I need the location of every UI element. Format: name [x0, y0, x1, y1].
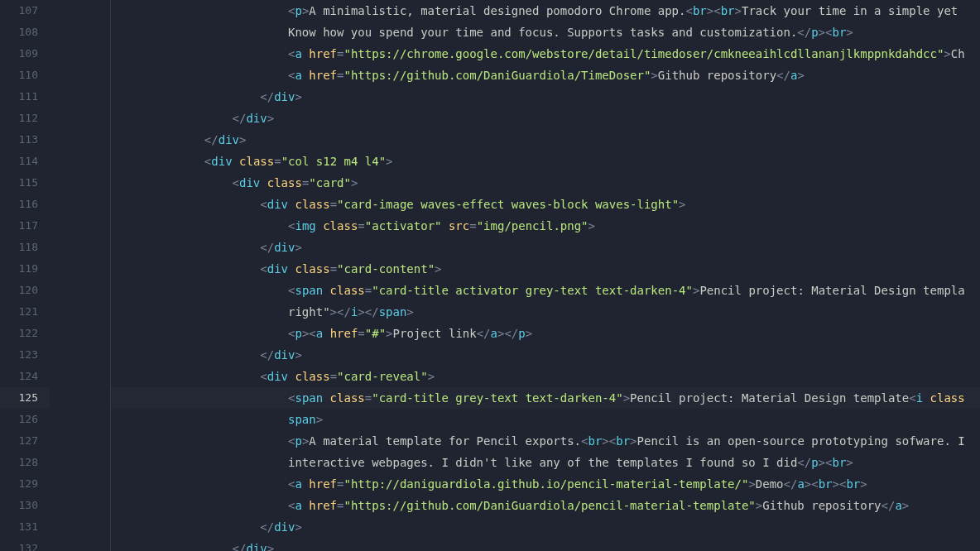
code-line[interactable]: <p>A minimalistic, material designed pom… — [111, 0, 980, 22]
line-number[interactable]: 117 — [0, 215, 50, 237]
code-line[interactable]: <span class="card-title grey-text text-d… — [111, 387, 980, 409]
code-line[interactable]: span> — [111, 409, 980, 430]
code-line[interactable]: <div class="card-image waves-effect wave… — [111, 194, 980, 215]
line-number[interactable]: 112 — [0, 108, 50, 129]
line-number[interactable]: 125 — [0, 387, 50, 409]
code-line[interactable]: <div class="card"> — [111, 172, 980, 194]
code-line[interactable]: <div class="card-reveal"> — [111, 366, 980, 387]
code-area[interactable]: <p>A minimalistic, material designed pom… — [111, 0, 980, 551]
code-line[interactable]: </div> — [111, 129, 980, 151]
line-number[interactable]: 126 — [0, 409, 50, 430]
line-number[interactable]: 128 — [0, 452, 50, 473]
line-number[interactable]: 108 — [0, 22, 50, 43]
line-number[interactable]: 115 — [0, 172, 50, 194]
line-number[interactable]: 130 — [0, 495, 50, 516]
line-number[interactable]: 110 — [0, 65, 50, 86]
line-number[interactable]: 132 — [0, 538, 50, 551]
line-number[interactable]: 131 — [0, 516, 50, 538]
code-line[interactable]: </div> — [111, 344, 980, 366]
fold-column — [50, 0, 111, 551]
code-line[interactable]: <div class="card-content"> — [111, 258, 980, 280]
line-number[interactable]: 129 — [0, 473, 50, 495]
line-number[interactable]: 118 — [0, 237, 50, 258]
line-number[interactable]: 119 — [0, 258, 50, 280]
line-number[interactable]: 113 — [0, 129, 50, 151]
code-line[interactable]: right"></i></span> — [111, 301, 980, 323]
code-line[interactable]: <a href="http://daniguardiola.github.io/… — [111, 473, 980, 495]
code-line[interactable]: </div> — [111, 108, 980, 129]
line-number[interactable]: 123 — [0, 344, 50, 366]
line-number[interactable]: 121 — [0, 301, 50, 323]
code-line[interactable]: interactive webpages. I didn't like any … — [111, 452, 980, 473]
line-number[interactable]: 111 — [0, 86, 50, 108]
code-line[interactable]: <img class="activator" src="img/pencil.p… — [111, 215, 980, 237]
code-editor[interactable]: 1071081091101111121131141151161171181191… — [0, 0, 980, 551]
code-line[interactable]: </div> — [111, 86, 980, 108]
code-line[interactable]: <a href="https://github.com/DaniGuardiol… — [111, 65, 980, 86]
line-number[interactable]: 109 — [0, 43, 50, 65]
code-line[interactable]: <a href="https://chrome.google.com/webst… — [111, 43, 980, 65]
line-number[interactable]: 120 — [0, 280, 50, 301]
line-number[interactable]: 116 — [0, 194, 50, 215]
line-number[interactable]: 114 — [0, 151, 50, 172]
line-number[interactable]: 124 — [0, 366, 50, 387]
line-number[interactable]: 107 — [0, 0, 50, 22]
code-line[interactable]: </div> — [111, 516, 980, 538]
code-line[interactable]: <span class="card-title activator grey-t… — [111, 280, 980, 301]
code-line[interactable]: <a href="https://github.com/DaniGuardiol… — [111, 495, 980, 516]
code-line[interactable]: <div class="col s12 m4 l4"> — [111, 151, 980, 172]
code-line[interactable]: Know how you spend your time and focus. … — [111, 22, 980, 43]
code-line[interactable]: </div> — [111, 538, 980, 551]
code-line[interactable]: <p><a href="#">Project link</a></p> — [111, 323, 980, 344]
line-number-gutter[interactable]: 1071081091101111121131141151161171181191… — [0, 0, 50, 551]
line-number[interactable]: 127 — [0, 430, 50, 452]
line-number[interactable]: 122 — [0, 323, 50, 344]
code-line[interactable]: <p>A material template for Pencil export… — [111, 430, 980, 452]
code-line[interactable]: </div> — [111, 237, 980, 258]
